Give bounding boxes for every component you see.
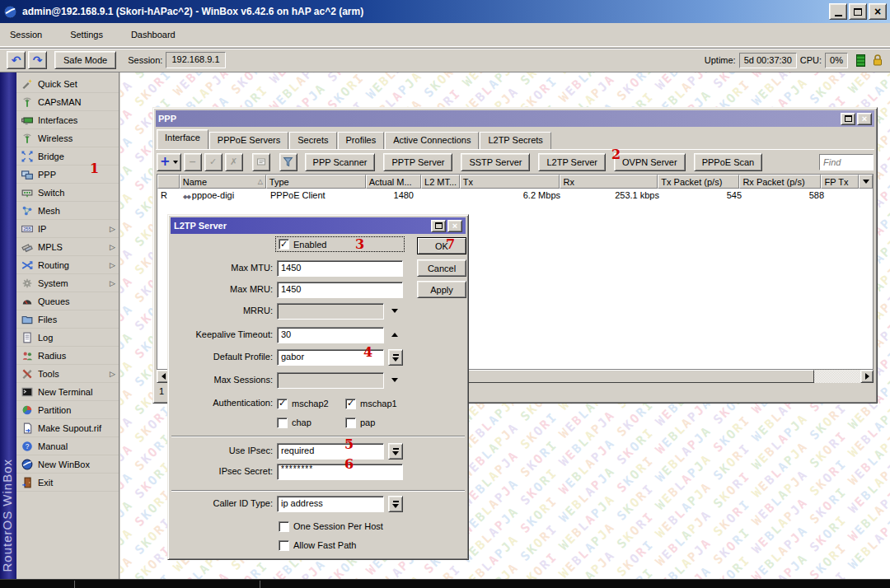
chevron-down-icon <box>863 180 869 184</box>
ppp-window-titlebar[interactable]: PPP × <box>156 110 874 127</box>
sidebar-item-partition[interactable]: Partition <box>16 401 119 419</box>
table-row[interactable]: R ◆◆pppoe-digi PPPoE Client 1480 6.2 Mbp… <box>157 189 873 202</box>
max-sessions-field[interactable] <box>277 372 384 389</box>
default-profile-dropdown-button[interactable] <box>388 349 403 366</box>
column-flags[interactable] <box>157 175 180 189</box>
column-rx-packet[interactable]: Rx Packet (p/s) <box>739 175 821 189</box>
tab-active-connections[interactable]: Active Connections <box>385 132 479 150</box>
safe-mode-button[interactable]: Safe Mode <box>54 51 116 69</box>
use-ipsec-dropdown-button[interactable] <box>388 443 403 460</box>
undo-button[interactable]: ↶ <box>7 51 26 69</box>
keepalive-field[interactable]: 30 <box>277 327 384 343</box>
max-sessions-dropdown-icon[interactable] <box>391 378 398 382</box>
ppp-scanner-button[interactable]: PPP Scanner <box>305 153 376 171</box>
sidebar-item-files[interactable]: Files <box>16 310 119 329</box>
one-session-per-host-checkbox[interactable] <box>279 521 289 532</box>
column-tx[interactable]: Tx <box>460 175 560 189</box>
sidebar-item-quick-set[interactable]: Quick Set <box>16 75 119 93</box>
ipsec-secret-field[interactable]: ******** <box>277 464 403 480</box>
column-rx[interactable]: Rx <box>560 175 658 189</box>
sidebar-item-radius[interactable]: Radius <box>16 347 119 365</box>
find-input[interactable] <box>819 154 874 170</box>
maximize-button[interactable] <box>849 3 867 20</box>
keepalive-spin-up-icon[interactable] <box>391 333 398 337</box>
chap-checkbox[interactable] <box>277 418 288 428</box>
mrru-field[interactable] <box>277 303 384 320</box>
apply-button[interactable]: Apply <box>417 281 466 298</box>
enabled-checkbox[interactable] <box>279 239 289 250</box>
sidebar-item-bridge[interactable]: Bridge <box>16 147 119 166</box>
close-button[interactable]: × <box>869 3 887 20</box>
column-select-button[interactable] <box>859 175 873 189</box>
sidebar-item-tools[interactable]: Tools▷ <box>16 365 119 383</box>
disable-button[interactable]: ✗ <box>225 153 243 171</box>
remove-button[interactable]: − <box>184 153 202 171</box>
sidebar-item-manual[interactable]: ?Manual <box>16 437 119 455</box>
pppoe-scan-button[interactable]: PPPoE Scan <box>694 153 763 171</box>
scroll-right-button[interactable] <box>860 370 874 383</box>
default-profile-label: Default Profile: <box>168 349 273 362</box>
sidebar-item-ppp[interactable]: PPP <box>16 166 119 184</box>
mschap2-checkbox[interactable] <box>277 399 288 409</box>
use-ipsec-field[interactable]: required <box>277 443 384 460</box>
sidebar-item-new-winbox[interactable]: New WinBox <box>16 455 119 474</box>
mrru-dropdown-icon[interactable] <box>391 309 398 313</box>
sidebar-item-exit[interactable]: Exit <box>16 474 119 492</box>
redo-button[interactable]: ↷ <box>28 51 47 69</box>
add-button[interactable]: + <box>157 153 181 171</box>
pap-checkbox[interactable] <box>345 418 356 428</box>
column-l2mtu[interactable]: L2 MT... <box>421 175 460 189</box>
sidebar-item-mpls[interactable]: MPLS▷ <box>16 238 119 256</box>
tab-l2tp-secrets[interactable]: L2TP Secrets <box>480 132 550 150</box>
filter-button[interactable] <box>279 153 297 171</box>
sidebar-item-interfaces[interactable]: Interfaces <box>16 111 119 129</box>
l2tp-server-button[interactable]: L2TP Server <box>538 153 606 171</box>
max-mru-field[interactable]: 1450 <box>277 282 403 298</box>
dialog-close-button[interactable]: × <box>447 220 462 232</box>
sidebar-item-switch[interactable]: Switch <box>16 184 119 202</box>
menu-settings[interactable]: Settings <box>67 28 106 41</box>
menu-dashboard[interactable]: Dashboard <box>128 28 179 41</box>
tab-secrets[interactable]: Secrets <box>289 132 336 150</box>
column-type[interactable]: Type <box>266 175 366 189</box>
column-fp-tx[interactable]: FP Tx <box>821 175 859 189</box>
sidebar-item-system[interactable]: System▷ <box>16 274 119 292</box>
annotation-step-4: 4 <box>363 346 372 359</box>
comment-button[interactable] <box>252 153 270 171</box>
switch-icon <box>21 187 34 198</box>
tab-profiles[interactable]: Profiles <box>338 132 385 150</box>
session-address[interactable]: 192.168.9.1 <box>166 52 225 68</box>
mschap1-checkbox[interactable] <box>345 399 356 409</box>
caller-id-type-field[interactable]: ip address <box>277 496 384 512</box>
sidebar-item-wireless[interactable]: Wireless <box>16 129 119 147</box>
minimize-button[interactable] <box>829 3 847 20</box>
pptp-server-button[interactable]: PPTP Server <box>383 153 452 171</box>
sidebar-item-mesh[interactable]: Mesh <box>16 202 119 220</box>
sstp-server-button[interactable]: SSTP Server <box>461 153 530 171</box>
caller-id-dropdown-button[interactable] <box>388 496 403 512</box>
annotation-step-2: 2 <box>611 148 621 161</box>
max-mtu-field[interactable]: 1450 <box>277 260 403 277</box>
sidebar-item-new-terminal[interactable]: New Terminal <box>16 383 119 401</box>
allow-fast-path-checkbox[interactable] <box>279 540 289 551</box>
tab-interface[interactable]: Interface <box>157 129 208 150</box>
column-tx-packet[interactable]: Tx Packet (p/s) <box>658 175 739 189</box>
sidebar-item-capsman[interactable]: CAPsMAN <box>16 93 119 111</box>
dialog-titlebar[interactable]: L2TP Server × <box>171 217 466 234</box>
sidebar-item-queues[interactable]: Queues <box>16 292 119 310</box>
column-actual-mtu[interactable]: Actual M... <box>366 175 421 189</box>
ppp-maximize-button[interactable] <box>841 113 855 125</box>
tab-pppoe-servers[interactable]: PPPoE Servers <box>209 132 288 150</box>
column-name[interactable]: Name△ <box>180 175 266 189</box>
sidebar-item-make-supout[interactable]: Make Supout.rif <box>16 419 119 437</box>
ok-button[interactable]: OK <box>417 237 466 254</box>
menu-session[interactable]: Session <box>7 28 45 41</box>
sidebar-item-ip[interactable]: 255IP▷ <box>16 220 119 238</box>
enable-button[interactable]: ✓ <box>204 153 222 171</box>
ppp-close-button[interactable]: × <box>857 113 872 125</box>
cancel-button[interactable]: Cancel <box>417 259 466 277</box>
ovpn-server-button[interactable]: OVPN Server <box>614 153 686 171</box>
dialog-maximize-button[interactable] <box>431 220 446 232</box>
sidebar-item-routing[interactable]: Routing▷ <box>16 256 119 274</box>
sidebar-item-log[interactable]: Log <box>16 329 119 347</box>
